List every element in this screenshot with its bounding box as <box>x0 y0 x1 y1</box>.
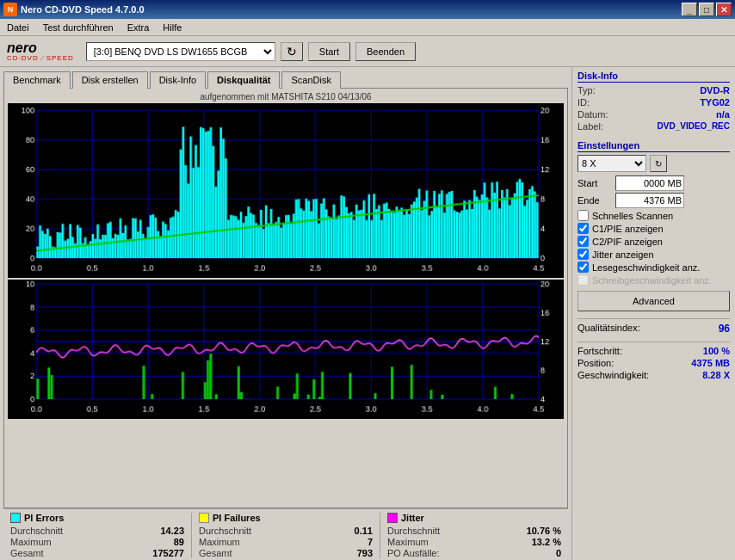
pi-failures-total-label: Gesamt <box>199 548 232 558</box>
minimize-button[interactable]: _ <box>682 3 697 16</box>
menu-bar: Datei Test durchführen Extra Hilfe <box>0 19 735 36</box>
geschwindigkeit-label: Geschwindigkeit: <box>578 370 649 380</box>
stat-pi-failures: PI Failures Durchschnitt 0.11 Maximum 7 … <box>192 513 380 558</box>
schreibgeschwindigkeit-label: Schreibgeschwindigkeit anz. <box>592 275 712 286</box>
start-button[interactable]: Start <box>308 42 350 61</box>
pi-errors-total-value: 175277 <box>152 548 184 558</box>
datum-value: n/a <box>716 109 730 120</box>
nero-brand: nero <box>7 41 37 55</box>
fortschritt-label: Fortschritt: <box>578 346 622 356</box>
quality-label: Qualitätsindex: <box>578 323 640 335</box>
nero-logo: nero CD·DVD⟋SPEED <box>7 41 74 62</box>
right-panel: Disk-Info Typ: DVD-R ID: TYG02 Datum: n/… <box>571 67 735 560</box>
tab-content-area: aufgenommen mit MATSHITA S210 04/13/06 <box>3 88 568 508</box>
lesegeschwindigkeit-checkbox[interactable] <box>578 262 589 273</box>
pi-failures-avg-value: 0.11 <box>355 526 373 536</box>
pi-errors-avg-label: Durchschnitt <box>10 526 63 536</box>
drive-selector[interactable]: [3:0] BENQ DVD LS DW1655 BCGB <box>86 42 275 61</box>
menu-datei[interactable]: Datei <box>3 21 33 34</box>
cdspeed-brand: CD·DVD⟋SPEED <box>7 55 74 62</box>
tab-bar: Benchmark Disk erstellen Disk-Info Diskq… <box>3 71 568 88</box>
pi-errors-label: PI Errors <box>24 513 64 523</box>
id-label: ID: <box>578 97 590 108</box>
position-label: Position: <box>578 358 614 368</box>
maximize-button[interactable]: □ <box>699 3 714 16</box>
top-chart <box>8 103 564 278</box>
tab-diskqualitat[interactable]: Diskqualität <box>207 71 280 89</box>
c1pie-label: C1/PIE anzeigen <box>592 224 664 234</box>
position-value: 4375 MB <box>691 358 730 368</box>
start-input[interactable] <box>615 175 684 191</box>
stats-bar: PI Errors Durchschnitt 14.23 Maximum 89 … <box>3 508 568 560</box>
close-button[interactable]: ✕ <box>716 3 732 16</box>
quality-value: 96 <box>719 323 730 335</box>
jitter-po-value: 0 <box>556 548 561 558</box>
refresh-button[interactable]: ↻ <box>281 42 303 61</box>
settings-title: Einstellungen <box>578 140 730 152</box>
speed-selector[interactable]: 8 X <box>578 155 646 172</box>
jitter-avg-label: Durchschnitt <box>387 526 440 536</box>
datum-label: Datum: <box>578 109 608 120</box>
menu-test[interactable]: Test durchführen <box>40 21 117 34</box>
lesegeschwindigkeit-label: Lesegeschwindigkeit anz. <box>592 262 700 273</box>
pi-failures-color <box>199 513 209 523</box>
schreibgeschwindigkeit-checkbox <box>578 274 589 286</box>
jitter-label: Jitter <box>401 513 424 523</box>
settings-section: Einstellungen 8 X ↻ Start Ende Schnelles… <box>578 140 730 311</box>
menu-hilfe[interactable]: Hilfe <box>159 21 185 34</box>
pi-errors-max-label: Maximum <box>10 537 52 547</box>
schnelles-scannen-checkbox[interactable] <box>578 210 589 221</box>
menu-extra[interactable]: Extra <box>124 21 153 34</box>
start-label: Start <box>578 178 612 188</box>
jitter-po-label: PO Ausfälle: <box>387 548 440 558</box>
end-button[interactable]: Beenden <box>355 42 416 61</box>
pi-errors-color <box>10 513 21 523</box>
jitter-color <box>387 513 398 523</box>
tab-benchmark[interactable]: Benchmark <box>3 71 71 89</box>
id-value: TYG02 <box>700 97 730 108</box>
jitter-max-value: 13.2 % <box>532 537 561 547</box>
tab-disk-erstellen[interactable]: Disk erstellen <box>72 71 148 89</box>
progress-section: Fortschritt: 100 % Position: 4375 MB Ges… <box>578 342 730 382</box>
charts-area <box>8 103 564 504</box>
toolbar: nero CD·DVD⟋SPEED [3:0] BENQ DVD LS DW16… <box>0 36 735 67</box>
speed-refresh-button[interactable]: ↻ <box>650 155 667 172</box>
jitter-avg-value: 10.76 % <box>527 526 561 536</box>
diskinfo-section: Disk-Info Typ: DVD-R ID: TYG02 Datum: n/… <box>578 71 730 133</box>
diskinfo-title: Disk-Info <box>578 71 730 83</box>
pi-failures-max-value: 7 <box>368 537 373 547</box>
c1pie-checkbox[interactable] <box>578 223 589 234</box>
ende-input[interactable] <box>615 193 684 208</box>
tab-disk-info[interactable]: Disk-Info <box>150 71 206 89</box>
pi-errors-avg-value: 14.23 <box>160 526 184 536</box>
chart-subtitle: aufgenommen mit MATSHITA S210 04/13/06 <box>8 92 564 102</box>
app-icon: N <box>3 3 17 16</box>
c2pif-label: C2/PIF anzeigen <box>592 237 663 247</box>
title-bar: N Nero CD-DVD Speed 4.7.0.0 _ □ ✕ <box>0 0 735 19</box>
schnelles-scannen-label: Schnelles Scannen <box>592 211 673 221</box>
pi-failures-label: PI Failures <box>213 513 261 523</box>
jitter-anzeigen-label: Jitter anzeigen <box>592 249 654 260</box>
typ-label: Typ: <box>578 85 596 95</box>
jitter-checkbox[interactable] <box>578 249 589 260</box>
bottom-chart <box>8 280 564 419</box>
stat-jitter: Jitter Durchschnitt 10.76 % Maximum 13.2… <box>380 513 568 558</box>
pi-failures-max-label: Maximum <box>199 537 240 547</box>
jitter-max-label: Maximum <box>387 537 429 547</box>
title-bar-buttons: _ □ ✕ <box>682 3 732 16</box>
fortschritt-value: 100 % <box>703 346 730 356</box>
typ-value: DVD-R <box>700 85 730 95</box>
quality-section: Qualitätsindex: 96 <box>578 318 730 335</box>
pi-errors-max-value: 89 <box>174 537 184 547</box>
advanced-button[interactable]: Advanced <box>578 291 730 311</box>
pi-failures-total-value: 793 <box>357 548 373 558</box>
left-panel: Benchmark Disk erstellen Disk-Info Diskq… <box>0 67 571 560</box>
pi-failures-avg-label: Durchschnitt <box>199 526 251 536</box>
main-content: Benchmark Disk erstellen Disk-Info Diskq… <box>0 67 735 560</box>
disk-label-label: Label: <box>578 121 603 132</box>
pi-errors-total-label: Gesamt <box>10 548 44 558</box>
geschwindigkeit-value: 8.28 X <box>702 370 730 380</box>
tab-scandisk[interactable]: ScanDisk <box>281 71 340 89</box>
c2pif-checkbox[interactable] <box>578 236 589 247</box>
ende-label: Ende <box>578 195 612 206</box>
